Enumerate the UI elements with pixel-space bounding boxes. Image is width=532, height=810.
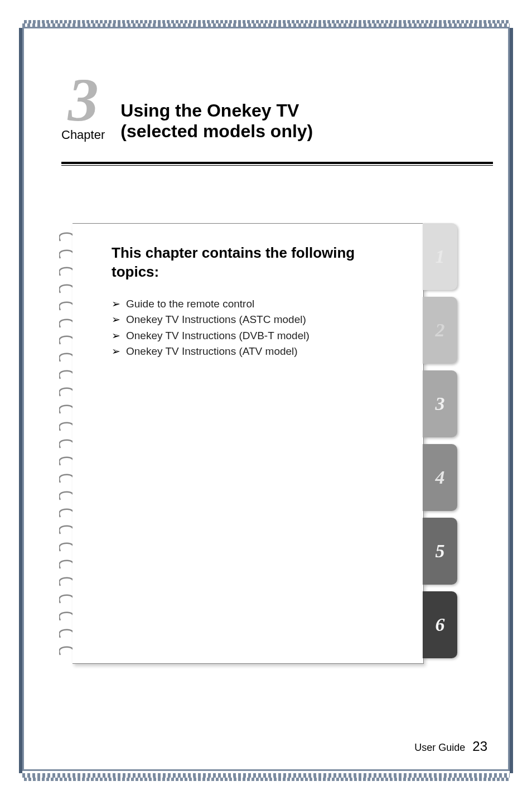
title-underline	[61, 162, 493, 166]
topic-item: Onekey TV Instructions (ATV model)	[112, 344, 401, 360]
topic-item: Onekey TV Instructions (DVB-T model)	[112, 328, 401, 344]
topics-list: Guide to the remote control Onekey TV In…	[112, 296, 401, 360]
section-tab-6: 6	[423, 591, 457, 658]
page-number: 23	[472, 739, 487, 754]
chapter-title-line1: Using the Onekey TV	[120, 100, 313, 121]
chapter-title-area: Using the Onekey TV (selected models onl…	[120, 73, 313, 142]
section-tab-2: 2	[423, 297, 457, 364]
chapter-title-line2: (selected models only)	[120, 121, 313, 142]
section-tab-4: 4	[423, 444, 457, 511]
topics-panel: This chapter contains the following topi…	[72, 223, 424, 664]
chapter-label: Chapter	[61, 128, 105, 142]
topic-item: Guide to the remote control	[112, 296, 401, 312]
footer-label: User Guide	[414, 742, 465, 753]
chapter-header: 3 Chapter Using the Onekey TV (selected …	[61, 73, 313, 142]
decorative-bottom-border	[22, 773, 510, 778]
section-tab-1: 1	[423, 223, 457, 290]
topics-heading: This chapter contains the following topi…	[112, 244, 401, 282]
section-tab-3: 3	[423, 370, 457, 437]
section-tabs: 1 2 3 4 5 6	[423, 223, 457, 665]
section-tab-5: 5	[423, 518, 457, 585]
chapter-number-box: 3 Chapter	[61, 73, 105, 142]
page-footer: User Guide 23	[414, 739, 487, 754]
topic-item: Onekey TV Instructions (ASTC model)	[112, 312, 401, 328]
chapter-number: 3	[61, 73, 105, 128]
right-accent-bar	[510, 28, 513, 773]
